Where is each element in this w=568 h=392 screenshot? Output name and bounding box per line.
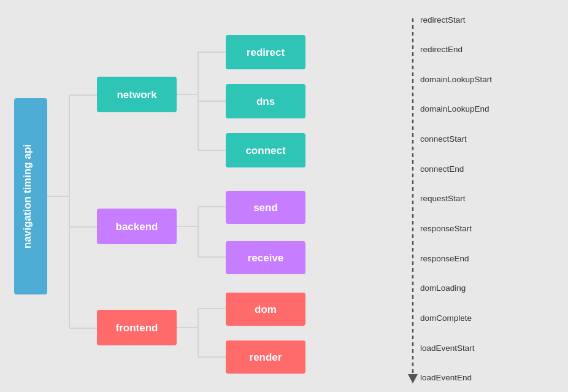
svg-text:receive: receive [248, 252, 284, 264]
timing-labels: redirectStart redirectEnd domainLookupSt… [420, 15, 492, 383]
svg-rect-30 [97, 310, 177, 345]
label-domLoading: domLoading [420, 283, 492, 293]
label-responseStart: responseStart [420, 224, 492, 234]
svg-text:backend: backend [116, 221, 158, 233]
label-domainLookupStart: domainLookupStart [420, 75, 492, 85]
svg-rect-19 [97, 209, 177, 244]
svg-text:frontend: frontend [116, 322, 158, 334]
diagram: navigation timing api network redirect d… [8, 9, 560, 383]
svg-text:render: render [250, 352, 282, 363]
svg-rect-16 [226, 133, 305, 167]
svg-rect-27 [226, 241, 305, 274]
label-responseEnd: responseEnd [420, 254, 492, 264]
svg-rect-0 [14, 98, 47, 294]
diagram-svg: navigation timing api network redirect d… [8, 9, 437, 383]
svg-rect-38 [226, 340, 305, 374]
svg-rect-10 [226, 35, 305, 69]
svg-text:send: send [253, 202, 278, 213]
label-connectStart: connectStart [420, 134, 492, 144]
svg-text:dom: dom [255, 304, 277, 315]
svg-rect-13 [226, 84, 305, 118]
label-domainLookupEnd: domainLookupEnd [420, 104, 492, 114]
svg-text:redirect: redirect [247, 47, 285, 58]
label-requestStart: requestStart [420, 194, 492, 204]
svg-rect-35 [226, 293, 305, 326]
label-connectEnd: connectEnd [420, 164, 492, 174]
label-redirectEnd: redirectEnd [420, 45, 492, 55]
svg-text:network: network [117, 89, 157, 101]
svg-rect-24 [226, 191, 305, 224]
svg-text:dns: dns [256, 96, 275, 107]
label-loadEventEnd: loadEventEnd [420, 373, 492, 383]
label-domComplete: domComplete [420, 313, 492, 323]
svg-rect-5 [97, 77, 177, 112]
svg-text:navigation timing api: navigation timing api [21, 144, 33, 248]
label-loadEventStart: loadEventStart [420, 344, 492, 353]
svg-text:connect: connect [245, 145, 286, 156]
svg-marker-41 [408, 374, 418, 383]
label-redirectStart: redirectStart [420, 15, 492, 25]
